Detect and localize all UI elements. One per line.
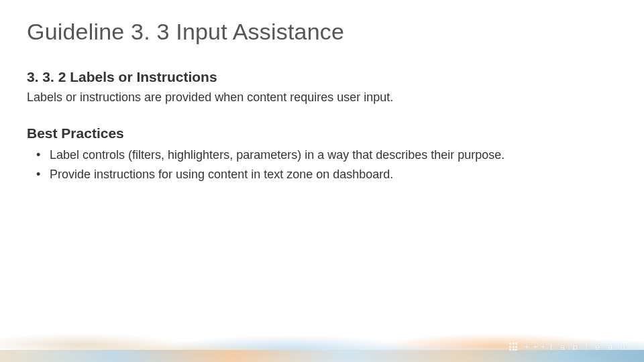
- logo-mark-icon: [509, 343, 517, 351]
- section-heading: 3. 3. 2 Labels or Instructions: [27, 69, 617, 85]
- footer-graphic: + + + t a b l e a u: [0, 324, 644, 362]
- best-practices-heading: Best Practices: [27, 125, 617, 141]
- best-practices-list: Label controls (filters, highlighters, p…: [27, 147, 617, 183]
- section-description: Labels or instructions are provided when…: [27, 89, 617, 105]
- logo-text: t a b l e a u: [550, 342, 628, 352]
- page-title: Guideline 3. 3 Input Assistance: [27, 19, 617, 45]
- list-item: Provide instructions for using content i…: [36, 166, 617, 183]
- tableau-logo: + + + t a b l e a u: [509, 339, 628, 354]
- content-area: Guideline 3. 3 Input Assistance 3. 3. 2 …: [0, 0, 644, 184]
- list-item: Label controls (filters, highlighters, p…: [36, 147, 617, 164]
- slide: Guideline 3. 3 Input Assistance 3. 3. 2 …: [0, 0, 644, 362]
- logo-plus-icon: + + +: [524, 342, 545, 351]
